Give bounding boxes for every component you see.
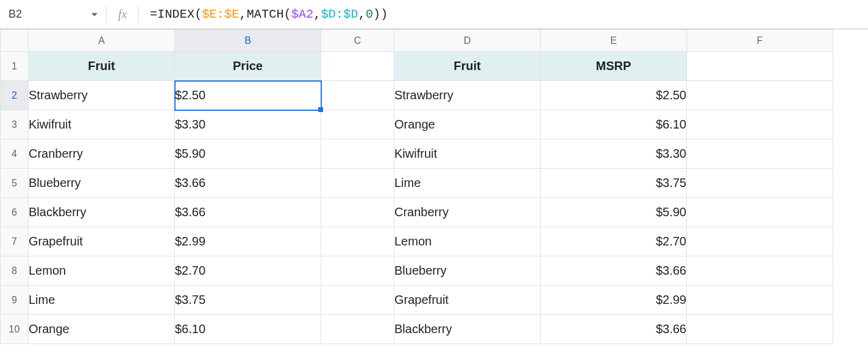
formula-token: , [358, 7, 366, 21]
formula-token: , [313, 7, 321, 21]
cell-C8[interactable] [321, 256, 394, 286]
col-header-A[interactable]: A [29, 30, 175, 52]
dropdown-icon[interactable] [91, 13, 98, 16]
cell-A2[interactable]: Strawberry [29, 81, 175, 110]
cell-C5[interactable] [321, 169, 394, 198]
cell-A3[interactable]: Kiwifruit [29, 110, 175, 139]
cell-A8[interactable]: Lemon [29, 256, 175, 286]
cell-E10[interactable]: $3.66 [541, 315, 687, 344]
name-box-value: B2 [9, 8, 22, 21]
cell-E2[interactable]: $2.50 [541, 81, 687, 110]
cell-F1[interactable] [687, 52, 833, 81]
row-header[interactable]: 4 [1, 139, 29, 169]
cell-F4[interactable] [687, 139, 833, 169]
cell-D5[interactable]: Lime [394, 169, 541, 198]
cell-B10[interactable]: $6.10 [175, 315, 321, 344]
formula-token: $E:$E [202, 7, 239, 21]
name-box[interactable]: B2 [0, 0, 104, 29]
cell-A4[interactable]: Cranberry [29, 139, 175, 169]
col-header-D[interactable]: D [394, 30, 541, 52]
cell-F5[interactable] [687, 169, 833, 198]
cell-B6[interactable]: $3.66 [175, 198, 321, 227]
cell-F2[interactable] [687, 81, 833, 110]
row-header[interactable]: 3 [1, 110, 29, 139]
fill-handle[interactable] [318, 107, 323, 112]
cell-A9[interactable]: Lime [29, 286, 175, 315]
cell-E3[interactable]: $6.10 [541, 110, 687, 139]
row-header[interactable]: 2 [1, 81, 29, 110]
col-header-C[interactable]: C [321, 30, 394, 52]
cell-A7[interactable]: Grapefruit [29, 227, 175, 256]
cell-B8[interactable]: $2.70 [175, 256, 321, 286]
separator [138, 5, 139, 23]
cell-C4[interactable] [321, 139, 394, 169]
cell-D7[interactable]: Lemon [394, 227, 541, 256]
cell-A1[interactable]: Fruit [29, 52, 175, 81]
cell-B3[interactable]: $3.30 [175, 110, 321, 139]
cell-E6[interactable]: $5.90 [541, 198, 687, 227]
cell-F6[interactable] [687, 198, 833, 227]
cell-C9[interactable] [321, 286, 394, 315]
cell-D10[interactable]: Blackberry [394, 315, 541, 344]
cell-D3[interactable]: Orange [394, 110, 541, 139]
cell-E9[interactable]: $2.99 [541, 286, 687, 315]
row-header[interactable]: 10 [1, 315, 29, 344]
cell-D1[interactable]: Fruit [394, 52, 541, 81]
cell-F3[interactable] [687, 110, 833, 139]
cell-C1[interactable] [321, 52, 394, 81]
cell-F7[interactable] [687, 227, 833, 256]
formula-token: 0 [366, 7, 373, 21]
formula-input[interactable]: =INDEX($E:$E,MATCH($A2,$D:$D,0)) [150, 0, 868, 29]
cell-A5[interactable]: Blueberry [29, 169, 175, 198]
formula-bar: B2 fx =INDEX($E:$E,MATCH($A2,$D:$D,0)) [0, 0, 868, 29]
cell-E8[interactable]: $3.66 [541, 256, 687, 286]
spreadsheet-grid[interactable]: A B C D E F 1 Fruit Price Fruit MSRP 2 S… [0, 29, 833, 344]
cell-C2[interactable] [321, 81, 394, 110]
formula-token: =INDEX( [150, 7, 202, 21]
cell-A6[interactable]: Blackberry [29, 198, 175, 227]
row-header[interactable]: 5 [1, 169, 29, 198]
cell-C7[interactable] [321, 227, 394, 256]
cell-E7[interactable]: $2.70 [541, 227, 687, 256]
cell-E1[interactable]: MSRP [541, 52, 687, 81]
separator [106, 5, 107, 23]
cell-C3[interactable] [321, 110, 394, 139]
row-header[interactable]: 6 [1, 198, 29, 227]
cell-value: $2.50 [175, 88, 205, 102]
cell-D2[interactable]: Strawberry [394, 81, 541, 110]
formula-token: $D:$D [321, 7, 358, 21]
row-header[interactable]: 8 [1, 256, 29, 286]
fx-icon: fx [114, 7, 131, 21]
cell-D9[interactable]: Grapefruit [394, 286, 541, 315]
cell-B9[interactable]: $3.75 [175, 286, 321, 315]
col-header-B[interactable]: B [175, 30, 321, 52]
select-all-corner[interactable] [1, 30, 29, 52]
cell-E4[interactable]: $3.30 [541, 139, 687, 169]
cell-D8[interactable]: Blueberry [394, 256, 541, 286]
row-header[interactable]: 1 [1, 52, 29, 81]
cell-A10[interactable]: Orange [29, 315, 175, 344]
cell-B7[interactable]: $2.99 [175, 227, 321, 256]
cell-D4[interactable]: Kiwifruit [394, 139, 541, 169]
cell-F10[interactable] [687, 315, 833, 344]
cell-F9[interactable] [687, 286, 833, 315]
col-header-E[interactable]: E [541, 30, 687, 52]
cell-C6[interactable] [321, 198, 394, 227]
cell-F8[interactable] [687, 256, 833, 286]
cell-B5[interactable]: $3.66 [175, 169, 321, 198]
row-header[interactable]: 7 [1, 227, 29, 256]
cell-D6[interactable]: Cranberry [394, 198, 541, 227]
formula-token: )) [373, 7, 388, 21]
row-header[interactable]: 9 [1, 286, 29, 315]
col-header-F[interactable]: F [687, 30, 833, 52]
cell-C10[interactable] [321, 315, 394, 344]
formula-token: $A2 [291, 7, 314, 21]
cell-B2[interactable]: $2.50 [175, 81, 321, 110]
cell-B1[interactable]: Price [175, 52, 321, 81]
cell-E5[interactable]: $3.75 [541, 169, 687, 198]
formula-token: ,MATCH( [239, 7, 291, 21]
cell-B4[interactable]: $5.90 [175, 139, 321, 169]
